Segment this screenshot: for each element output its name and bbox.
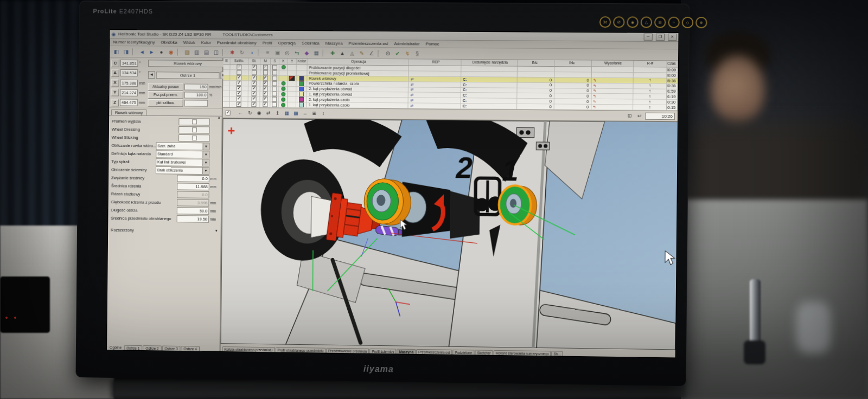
swap-view-icon[interactable]: ⇄: [264, 110, 272, 117]
checkbox-st[interactable]: [252, 65, 257, 69]
camera-icon[interactable]: ⊙: [383, 49, 392, 57]
color-swatch[interactable]: [299, 92, 304, 96]
zoom-icon[interactable]: ↕: [320, 110, 328, 117]
checkbox-szlifowanie[interactable]: [237, 65, 241, 69]
parameter-field[interactable]: 0.0: [177, 191, 209, 198]
pan-icon[interactable]: ↔: [301, 110, 309, 117]
render-icon[interactable]: ⊡: [626, 112, 634, 119]
list-icon[interactable]: ≡: [263, 48, 272, 56]
tab-general[interactable]: Ogólne: [110, 345, 122, 350]
checkbox-s[interactable]: [272, 70, 277, 75]
checkbox-szlifowanie[interactable]: [237, 81, 241, 86]
shaded-view-icon[interactable]: ▩: [292, 110, 300, 117]
parameter-field[interactable]: 11.988: [177, 183, 209, 190]
record-icon[interactable]: ●: [157, 48, 166, 56]
transfer-icon[interactable]: ⇆: [292, 49, 302, 57]
scroll-up-icon[interactable]: ▲: [218, 116, 221, 119]
measure-icon[interactable]: ◆: [302, 49, 311, 57]
parameter-select[interactable]: Szer. zęba ▼: [156, 142, 209, 150]
checkbox-st[interactable]: [252, 70, 257, 75]
color-swatch[interactable]: [299, 97, 304, 102]
menu-item[interactable]: Kolor: [201, 40, 212, 45]
checkbox-st[interactable]: [251, 102, 256, 107]
checkbox-st[interactable]: [252, 86, 257, 91]
simulate-icon[interactable]: ◑: [247, 48, 256, 56]
checkbox-s[interactable]: [272, 65, 277, 70]
nav-forward-icon[interactable]: ►: [147, 48, 156, 56]
color-swatch[interactable]: [299, 76, 304, 81]
flash-icon[interactable]: ↯: [403, 49, 412, 57]
checkbox-m[interactable]: [263, 70, 267, 75]
angle-icon[interactable]: ∠: [367, 49, 376, 57]
checkbox-m[interactable]: [263, 65, 267, 70]
tab-kolizja[interactable]: Kolizja obrabianego przedmiotu: [222, 346, 275, 352]
menu-item[interactable]: Administrator: [394, 41, 419, 46]
save-icon[interactable]: ◫: [212, 48, 221, 56]
grid-icon[interactable]: ▦: [312, 49, 321, 57]
checkbox-s[interactable]: [272, 75, 277, 80]
axis-button[interactable]: Z: [111, 99, 119, 106]
toolbar-icon[interactable]: [222, 49, 226, 56]
settings-icon[interactable]: §: [412, 49, 422, 57]
tab-ostrze-4[interactable]: Ostrze 4: [181, 346, 200, 351]
checkbox-szlifowanie[interactable]: [237, 96, 241, 101]
target-icon[interactable]: ◉: [167, 48, 176, 56]
checkbox-st[interactable]: [252, 75, 257, 80]
minimize-button[interactable]: ─: [644, 34, 653, 41]
parameter-select[interactable]: Standard ▼: [156, 150, 209, 158]
tab-maszyna[interactable]: Maszyna: [397, 349, 416, 353]
chevron-down-icon[interactable]: ▼: [202, 159, 209, 166]
checkbox-m[interactable]: [263, 92, 267, 96]
toolbar-icon[interactable]: [132, 48, 136, 55]
chevron-down-icon[interactable]: ▼: [202, 168, 209, 174]
axis-button[interactable]: C: [111, 59, 119, 67]
parameter-field[interactable]: 0.0: [177, 175, 209, 182]
panel-tab[interactable]: Rowek wiórowy: [111, 109, 146, 115]
up-icon[interactable]: ▲: [338, 49, 347, 57]
probe-icon[interactable]: ◎: [283, 48, 292, 56]
tab-sh[interactable]: Sh...: [551, 351, 563, 356]
chevron-down-icon[interactable]: ▼: [202, 151, 209, 158]
machine-3d-viewport[interactable]: 2 1: [221, 118, 678, 350]
checkbox-m[interactable]: [263, 86, 267, 91]
folder-icon[interactable]: ▨: [183, 48, 192, 56]
parameter-select[interactable]: Brak obliczenia ▼: [156, 166, 209, 175]
checkbox-szlifowanie[interactable]: [237, 102, 241, 107]
parameter-checkbox[interactable]: [178, 118, 210, 125]
edge-selector[interactable]: Ostrze 1: [156, 72, 219, 79]
color-swatch[interactable]: [299, 86, 304, 91]
checkbox-s[interactable]: [272, 81, 277, 86]
axis-button[interactable]: X: [111, 79, 119, 87]
solid-view-icon[interactable]: ▦: [283, 110, 291, 117]
tab-ostrze-3[interactable]: Ostrze 3: [162, 346, 180, 351]
close-button[interactable]: ✕: [668, 34, 676, 41]
corner-icon[interactable]: ⌐: [237, 109, 245, 116]
tab-ostrze-1[interactable]: Ostrze 1: [124, 345, 142, 350]
parameter-checkbox[interactable]: [178, 134, 210, 141]
expander-icon[interactable]: ▼: [215, 229, 218, 233]
feed-button[interactable]: pkt szlifow.: [148, 99, 183, 106]
tab-profil-sciernicy[interactable]: Profil ściernicy: [369, 349, 396, 354]
refresh-icon[interactable]: ↻: [238, 48, 247, 56]
color-swatch[interactable]: [299, 81, 304, 86]
chevron-down-icon[interactable]: ▼: [202, 143, 209, 150]
parameter-checkbox[interactable]: [178, 126, 210, 133]
center-icon[interactable]: ◉: [255, 110, 263, 117]
feed-button[interactable]: Prz.poł.przem.: [148, 91, 183, 98]
feed-value[interactable]: 100.0: [184, 92, 208, 98]
rotate-view-icon[interactable]: ↻: [246, 110, 254, 117]
parameter-select[interactable]: Kąt linii śrubowej ▼: [156, 158, 209, 166]
feed-button[interactable]: Aktualny posuw: [148, 83, 183, 91]
tab-rekord-nc[interactable]: Rekord sterowania numerycznego: [494, 350, 551, 356]
prev-edge-button[interactable]: ◀: [148, 71, 155, 79]
align-icon[interactable]: ◬: [347, 49, 356, 57]
menu-item[interactable]: Maszyna: [326, 41, 343, 46]
expander-label[interactable]: Rozszerzony: [111, 227, 134, 232]
add-icon[interactable]: ✚: [328, 49, 337, 57]
library-icon[interactable]: ▥: [192, 48, 201, 56]
dress-tool-icon[interactable]: ✱: [228, 48, 237, 56]
menu-item[interactable]: Obróbka: [161, 40, 177, 45]
notes-icon[interactable]: ▣: [273, 48, 282, 56]
maximize-button[interactable]: ❐: [656, 34, 665, 41]
checkbox-st[interactable]: [252, 81, 257, 86]
